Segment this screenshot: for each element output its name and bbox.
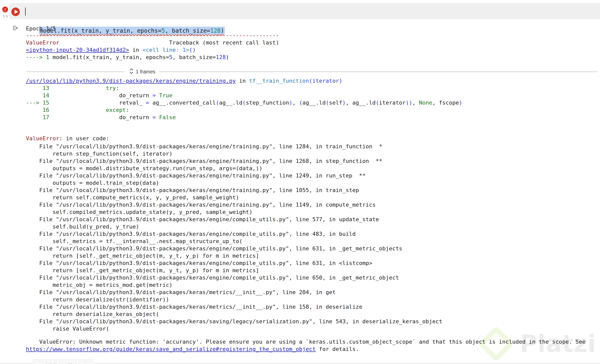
text-segment: :	[116, 85, 119, 91]
text-segment: model.fit(x_train, y_train, epochs=	[49, 54, 169, 60]
text-segment: except	[106, 107, 126, 113]
traceback-line: 16 except:	[26, 106, 462, 114]
colab-notebook-view: ! 1 s model.fit(x_train, y_train, epochs…	[0, 0, 600, 364]
text-segment: ag__.ld	[219, 100, 242, 106]
traceback-line: File "/usr/local/lib/python3.9/dist-pack…	[26, 289, 442, 296]
text-segment: 16	[26, 107, 49, 113]
text-segment: in	[129, 47, 143, 53]
text-segment: ----> 1	[26, 54, 49, 60]
text-segment	[156, 114, 159, 120]
traceback-line: File "/usr/local/lib/python3.9/dist-pack…	[26, 303, 442, 310]
execution-time-label: 1 s	[1, 14, 10, 18]
divider-line-left	[26, 72, 124, 72]
divider-line-right	[159, 72, 598, 72]
traceback-line: 14 do_return = True	[26, 92, 462, 99]
traceback-line: File "/usr/local/lib/python3.9/dist-pack…	[26, 245, 442, 252]
traceback-line: self.build(y_pred, y_true)	[26, 223, 442, 230]
traceback-line: outputs = model.train_step(data)	[26, 179, 442, 187]
traceback-link[interactable]: /usr/local/lib/python3.9/dist-packages/k…	[26, 78, 236, 84]
traceback-line: self.compiled_metrics.update_state(y, y_…	[26, 208, 442, 216]
traceback-header-line: ValueError Traceback (most recent call l…	[26, 39, 279, 46]
text-segment: for details.	[316, 346, 359, 352]
text-segment: =	[146, 100, 149, 106]
traceback-location-line: <ipython-input-20-34ad1df314d2> in <cell…	[26, 46, 196, 54]
text-segment: 13	[26, 85, 49, 91]
traceback-line: File "/usr/local/lib/python3.9/dist-pack…	[26, 143, 442, 150]
traceback-line: File "/usr/local/lib/python3.9/dist-pack…	[26, 187, 442, 194]
frames-count-label: 1 frames	[136, 69, 155, 75]
text-segment: )	[289, 100, 292, 106]
text-segment: (	[376, 100, 379, 106]
traceback-line: return self.compute_metrics(x, y, y_pred…	[26, 194, 442, 201]
traceback-line: return deserialize(str(identifier))	[26, 296, 442, 303]
traceback-line: File "/usr/local/lib/python3.9/dist-pack…	[26, 172, 442, 179]
traceback-line: File "/usr/local/lib/python3.9/dist-pack…	[26, 318, 442, 325]
text-segment: True	[159, 92, 173, 99]
text-segment: 17	[26, 114, 49, 120]
text-segment: )	[342, 100, 346, 106]
text-segment	[156, 92, 159, 99]
text-segment	[49, 85, 106, 91]
text-segment: ()	[189, 47, 196, 53]
text-segment: (	[299, 100, 302, 106]
traceback-line: 13 try:	[26, 84, 462, 92]
text-segment: ValueError	[26, 135, 59, 142]
text-segment: (	[242, 100, 246, 106]
traceback-source-line: ----> 1 model.fit(x_train, y_train, epoc…	[26, 54, 229, 61]
traceback-line: return step_function(self, iterator)	[26, 150, 442, 157]
text-segment: ag__.converted_call	[149, 100, 216, 106]
text-segment: None	[419, 100, 432, 106]
traceback-link[interactable]: https://www.tensorflow.org/guide/keras/s…	[26, 346, 316, 352]
text-segment: )	[459, 100, 462, 106]
text-segment: ValueError	[26, 39, 59, 46]
text-segment: , ag__.ld	[346, 100, 376, 106]
traceback-line: 17 do_return = False	[26, 114, 462, 121]
unfold-more-icon	[129, 68, 134, 75]
traceback-line: File "/usr/local/lib/python3.9/dist-pack…	[26, 201, 442, 208]
traceback-line: return [self._get_metric_object(m, y_t, …	[26, 252, 442, 259]
text-segment: ValueError: Unknown metric function: 'ac…	[26, 339, 589, 345]
text-segment: retval_	[49, 100, 146, 106]
epoch-status-line: Epoch 1/5	[26, 25, 56, 32]
traceback-line: ---> 15 retval_ = ag__.converted_call(ag…	[26, 99, 462, 106]
text-segment: , fscope	[432, 100, 459, 106]
text-segment: iterator	[379, 100, 406, 106]
traceback-link[interactable]: <ipython-input-20-34ad1df314d2>	[26, 47, 129, 53]
text-segment: ,	[412, 100, 419, 106]
search-stack-overflow-button[interactable]: SEARCH STACK OVERFLOW	[33, 359, 94, 364]
text-segment: do_return	[49, 92, 153, 99]
traceback-line: metric_obj = metrics_mod.get(metric)	[26, 281, 442, 289]
frame-code-lines: 13 try: 14 do_return = True---> 15 retva…	[26, 84, 462, 121]
text-segment: Traceback (most recent call last)	[169, 39, 279, 46]
error-badge-icon[interactable]: !	[2, 7, 8, 12]
traceback-line: File "/usr/local/lib/python3.9/dist-pack…	[26, 216, 442, 223]
traceback-line: raise ValueError(	[26, 325, 442, 332]
text-segment: ,	[292, 100, 299, 106]
traceback-line: File "/usr/local/lib/python3.9/dist-pack…	[26, 157, 442, 165]
text-segment: (iterator)	[309, 78, 342, 84]
text-segment: try	[106, 85, 116, 91]
traceback-line: return deserialize_keras_object(	[26, 310, 442, 318]
output-indicator-icon	[12, 25, 18, 32]
text-segment	[59, 39, 169, 46]
text-segment: do_return	[49, 114, 153, 120]
traceback-line: return [self._get_metric_object(m, y_t, …	[26, 267, 442, 274]
text-segment: tf__train_function	[249, 78, 309, 84]
frame-file-line: /usr/local/lib/python3.9/dist-packages/k…	[26, 77, 342, 84]
cell-output-area: Epoch 1/5 ------------------------------…	[0, 0, 600, 364]
text-segment: <cell line: 1>	[143, 47, 189, 53]
text-segment: 14	[26, 92, 49, 99]
text-segment: in	[236, 78, 249, 84]
traceback-line: outputs = model.distribute_strategy.run(…	[26, 165, 442, 172]
text-segment: =	[152, 92, 156, 99]
text-segment	[49, 107, 106, 113]
traceback-line: File "/usr/local/lib/python3.9/dist-pack…	[26, 259, 442, 267]
user-code-error-header: ValueError: in user code:	[26, 135, 109, 142]
frames-toggle[interactable]: 1 frames	[26, 68, 598, 75]
text-segment: :	[126, 107, 129, 113]
text-segment: )	[226, 54, 229, 60]
traceback-line: self._metrics = tf.__internal__.nest.map…	[26, 238, 442, 245]
text-segment: ag__.ld	[302, 100, 326, 106]
text-segment: self	[329, 100, 342, 106]
text-segment: : in user code:	[59, 135, 109, 142]
